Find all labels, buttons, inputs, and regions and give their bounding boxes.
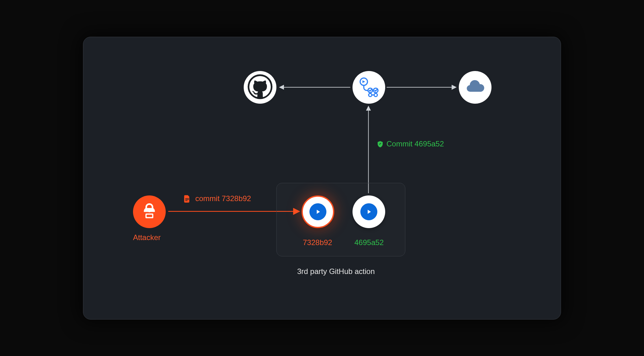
malicious-action-hash: 7328b92 xyxy=(303,238,332,247)
file-icon xyxy=(183,194,192,203)
svg-point-0 xyxy=(147,208,151,212)
actions-workflow-node xyxy=(353,71,385,104)
malicious-commit-text: commit 7328b92 xyxy=(195,194,251,203)
github-icon xyxy=(247,73,274,101)
play-icon xyxy=(360,203,377,220)
svg-rect-2 xyxy=(147,215,152,217)
verified-action-hash: 4695a52 xyxy=(354,238,384,247)
third-party-action-box xyxy=(276,183,405,256)
malicious-commit-label: commit 7328b92 xyxy=(183,194,251,204)
play-icon xyxy=(309,203,326,220)
attacker-node xyxy=(133,195,166,228)
verified-action-node xyxy=(353,195,385,228)
cloud-icon xyxy=(465,77,485,98)
shield-check-icon xyxy=(376,140,384,148)
malicious-action-node xyxy=(302,195,334,228)
diagram-canvas: Attacker commit 7328b92 7328b92 4695a52 … xyxy=(83,37,561,320)
svg-point-8 xyxy=(374,93,377,96)
verified-commit-label: Commit 4695a52 xyxy=(376,140,444,148)
attacker-icon xyxy=(140,202,159,222)
github-actions-icon xyxy=(358,76,380,99)
github-repo-node xyxy=(244,71,276,104)
action-box-caption: 3rd party GitHub action xyxy=(297,267,375,276)
cloud-node xyxy=(459,71,491,104)
svg-point-7 xyxy=(369,93,372,96)
attacker-label: Attacker xyxy=(133,233,161,242)
verified-commit-text: Commit 4695a52 xyxy=(386,140,444,148)
